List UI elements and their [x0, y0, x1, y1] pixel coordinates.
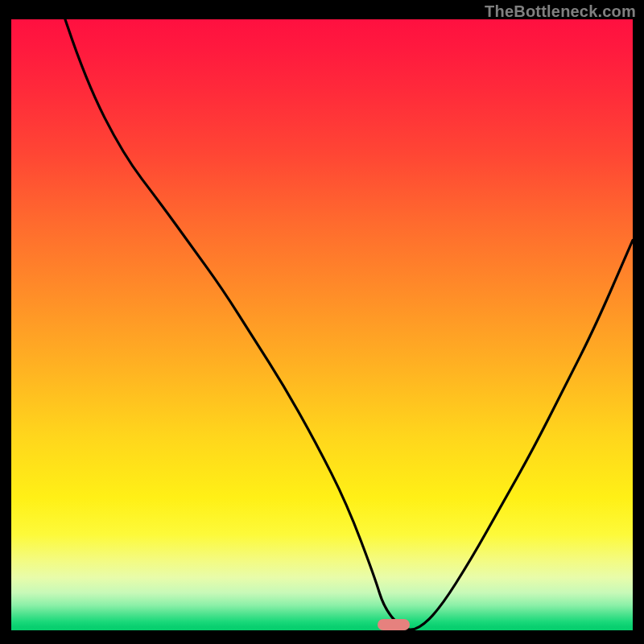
watermark-text: TheBottleneck.com	[485, 2, 636, 21]
plot-area	[11, 19, 633, 633]
bottleneck-curve	[11, 19, 633, 633]
chart-frame: TheBottleneck.com	[0, 0, 644, 644]
x-axis-line	[11, 630, 633, 633]
optimal-marker	[378, 619, 410, 630]
